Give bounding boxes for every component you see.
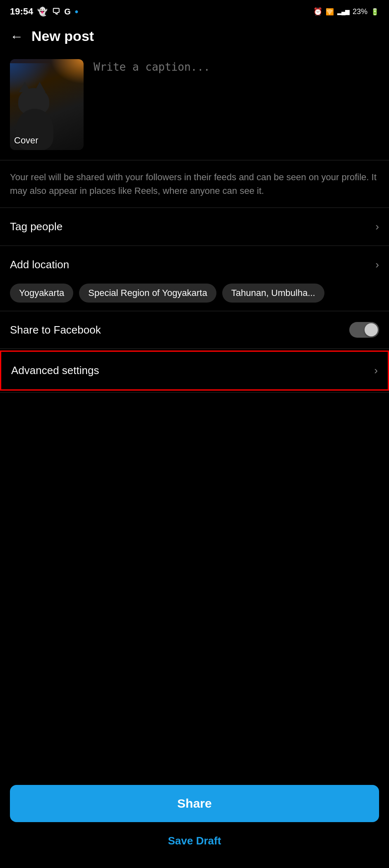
advanced-settings-label: Advanced settings <box>11 364 99 377</box>
battery-icon: 🔋 <box>371 8 379 16</box>
header: ← New post <box>0 21 389 52</box>
save-draft-button[interactable]: Save Draft <box>10 830 379 851</box>
status-left: 19:54 👻 🗨 G • <box>10 6 78 17</box>
wifi-icon: 🛜 <box>326 8 334 16</box>
thumbnail[interactable]: Cover <box>10 59 84 150</box>
signal-icon: ▂▄▆ <box>337 8 349 15</box>
bottom-area: Share Save Draft <box>0 777 389 868</box>
alarm-icon: ⏰ <box>313 7 322 16</box>
tag-people-chevron: › <box>375 220 379 233</box>
snapchat-icon: 👻 <box>37 7 48 17</box>
share-facebook-label: Share to Facebook <box>10 324 101 336</box>
google-icon: G <box>64 7 71 17</box>
add-location-chevron: › <box>375 258 379 271</box>
advanced-settings-row[interactable]: Advanced settings › <box>0 351 389 391</box>
cover-label: Cover <box>14 135 38 146</box>
orange-overlay <box>50 59 84 84</box>
share-facebook-toggle[interactable] <box>349 322 379 338</box>
share-facebook-row: Share to Facebook <box>0 311 389 348</box>
toggle-knob <box>365 323 378 336</box>
add-location-row[interactable]: Add location › <box>0 246 389 284</box>
tag-people-row[interactable]: Tag people › <box>0 208 389 246</box>
dot-indicator: • <box>75 6 78 17</box>
info-text: Your reel will be shared with your follo… <box>0 160 389 207</box>
location-tag-3[interactable]: Tahunan, Umbulha... <box>222 284 324 303</box>
status-bar: 19:54 👻 🗨 G • ⏰ 🛜 ▂▄▆ 23% 🔋 <box>0 0 389 21</box>
back-button[interactable]: ← <box>10 30 23 43</box>
time-display: 19:54 <box>10 6 33 17</box>
divider-5 <box>0 348 389 349</box>
status-right: ⏰ 🛜 ▂▄▆ 23% 🔋 <box>313 7 379 16</box>
share-button[interactable]: Share <box>10 785 379 822</box>
advanced-settings-chevron: › <box>374 364 378 377</box>
post-preview: Cover <box>0 52 389 160</box>
location-tag-2[interactable]: Special Region of Yogyakarta <box>79 284 216 303</box>
battery-percentage: 23% <box>353 7 367 16</box>
caption-input[interactable] <box>94 59 379 86</box>
page-title: New post <box>31 28 94 44</box>
message-icon: 🗨 <box>52 7 60 17</box>
location-tags-container: Yogyakarta Special Region of Yogyakarta … <box>0 284 389 311</box>
location-tag-1[interactable]: Yogyakarta <box>10 284 73 303</box>
divider-6 <box>0 392 389 393</box>
tag-people-label: Tag people <box>10 220 62 233</box>
add-location-label: Add location <box>10 258 69 271</box>
